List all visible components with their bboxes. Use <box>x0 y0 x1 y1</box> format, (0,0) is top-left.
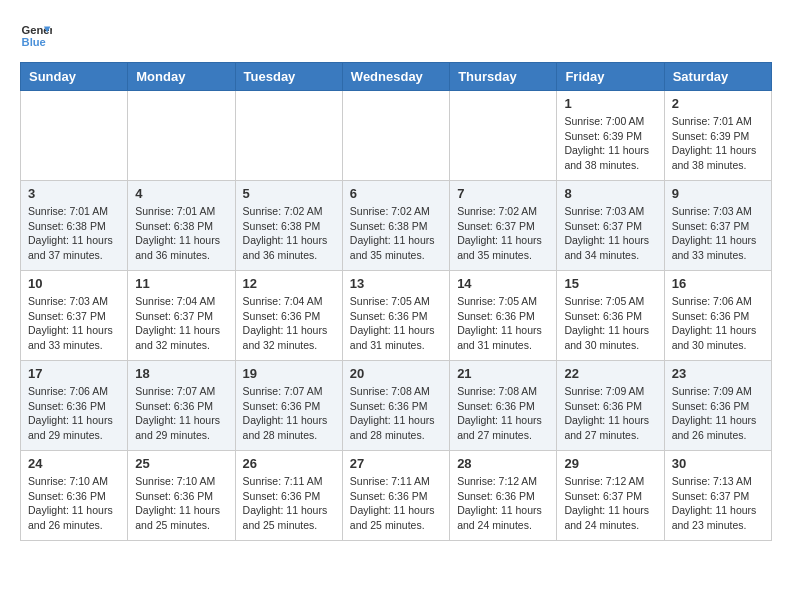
day-info: Sunrise: 7:05 AMSunset: 6:36 PMDaylight:… <box>564 294 656 353</box>
calendar-cell: 21Sunrise: 7:08 AMSunset: 6:36 PMDayligh… <box>450 361 557 451</box>
calendar-cell: 6Sunrise: 7:02 AMSunset: 6:38 PMDaylight… <box>342 181 449 271</box>
day-info: Sunrise: 7:07 AMSunset: 6:36 PMDaylight:… <box>135 384 227 443</box>
calendar-table: SundayMondayTuesdayWednesdayThursdayFrid… <box>20 62 772 541</box>
day-number: 12 <box>243 276 335 291</box>
day-number: 7 <box>457 186 549 201</box>
calendar-cell <box>342 91 449 181</box>
calendar-cell: 23Sunrise: 7:09 AMSunset: 6:36 PMDayligh… <box>664 361 771 451</box>
calendar-week-row: 10Sunrise: 7:03 AMSunset: 6:37 PMDayligh… <box>21 271 772 361</box>
day-number: 21 <box>457 366 549 381</box>
weekday-header-cell: Monday <box>128 63 235 91</box>
weekday-header-cell: Wednesday <box>342 63 449 91</box>
day-info: Sunrise: 7:09 AMSunset: 6:36 PMDaylight:… <box>564 384 656 443</box>
calendar-cell: 1Sunrise: 7:00 AMSunset: 6:39 PMDaylight… <box>557 91 664 181</box>
calendar-cell: 7Sunrise: 7:02 AMSunset: 6:37 PMDaylight… <box>450 181 557 271</box>
day-number: 9 <box>672 186 764 201</box>
calendar-cell: 2Sunrise: 7:01 AMSunset: 6:39 PMDaylight… <box>664 91 771 181</box>
calendar-cell: 4Sunrise: 7:01 AMSunset: 6:38 PMDaylight… <box>128 181 235 271</box>
calendar-cell: 10Sunrise: 7:03 AMSunset: 6:37 PMDayligh… <box>21 271 128 361</box>
day-info: Sunrise: 7:13 AMSunset: 6:37 PMDaylight:… <box>672 474 764 533</box>
day-number: 10 <box>28 276 120 291</box>
calendar-week-row: 1Sunrise: 7:00 AMSunset: 6:39 PMDaylight… <box>21 91 772 181</box>
logo-icon: General Blue <box>20 20 52 52</box>
day-info: Sunrise: 7:11 AMSunset: 6:36 PMDaylight:… <box>350 474 442 533</box>
day-info: Sunrise: 7:10 AMSunset: 6:36 PMDaylight:… <box>135 474 227 533</box>
weekday-header-cell: Sunday <box>21 63 128 91</box>
calendar-week-row: 3Sunrise: 7:01 AMSunset: 6:38 PMDaylight… <box>21 181 772 271</box>
day-number: 15 <box>564 276 656 291</box>
day-info: Sunrise: 7:04 AMSunset: 6:36 PMDaylight:… <box>243 294 335 353</box>
day-info: Sunrise: 7:12 AMSunset: 6:37 PMDaylight:… <box>564 474 656 533</box>
day-number: 24 <box>28 456 120 471</box>
svg-text:Blue: Blue <box>22 36 46 48</box>
day-info: Sunrise: 7:08 AMSunset: 6:36 PMDaylight:… <box>350 384 442 443</box>
day-number: 1 <box>564 96 656 111</box>
day-info: Sunrise: 7:05 AMSunset: 6:36 PMDaylight:… <box>350 294 442 353</box>
calendar-cell: 11Sunrise: 7:04 AMSunset: 6:37 PMDayligh… <box>128 271 235 361</box>
day-number: 28 <box>457 456 549 471</box>
calendar-cell: 28Sunrise: 7:12 AMSunset: 6:36 PMDayligh… <box>450 451 557 541</box>
day-info: Sunrise: 7:06 AMSunset: 6:36 PMDaylight:… <box>28 384 120 443</box>
calendar-cell: 17Sunrise: 7:06 AMSunset: 6:36 PMDayligh… <box>21 361 128 451</box>
calendar-cell: 25Sunrise: 7:10 AMSunset: 6:36 PMDayligh… <box>128 451 235 541</box>
calendar-cell: 26Sunrise: 7:11 AMSunset: 6:36 PMDayligh… <box>235 451 342 541</box>
calendar-cell: 13Sunrise: 7:05 AMSunset: 6:36 PMDayligh… <box>342 271 449 361</box>
day-number: 30 <box>672 456 764 471</box>
day-number: 11 <box>135 276 227 291</box>
logo: General Blue <box>20 20 52 52</box>
calendar-cell <box>21 91 128 181</box>
day-info: Sunrise: 7:06 AMSunset: 6:36 PMDaylight:… <box>672 294 764 353</box>
day-number: 16 <box>672 276 764 291</box>
page-header: General Blue <box>20 20 772 52</box>
day-info: Sunrise: 7:09 AMSunset: 6:36 PMDaylight:… <box>672 384 764 443</box>
day-number: 26 <box>243 456 335 471</box>
weekday-header-cell: Saturday <box>664 63 771 91</box>
calendar-cell: 22Sunrise: 7:09 AMSunset: 6:36 PMDayligh… <box>557 361 664 451</box>
day-info: Sunrise: 7:01 AMSunset: 6:39 PMDaylight:… <box>672 114 764 173</box>
day-number: 6 <box>350 186 442 201</box>
calendar-cell: 15Sunrise: 7:05 AMSunset: 6:36 PMDayligh… <box>557 271 664 361</box>
day-number: 5 <box>243 186 335 201</box>
day-number: 18 <box>135 366 227 381</box>
day-number: 27 <box>350 456 442 471</box>
day-info: Sunrise: 7:01 AMSunset: 6:38 PMDaylight:… <box>28 204 120 263</box>
day-info: Sunrise: 7:00 AMSunset: 6:39 PMDaylight:… <box>564 114 656 173</box>
weekday-header-cell: Tuesday <box>235 63 342 91</box>
calendar-cell: 14Sunrise: 7:05 AMSunset: 6:36 PMDayligh… <box>450 271 557 361</box>
day-info: Sunrise: 7:12 AMSunset: 6:36 PMDaylight:… <box>457 474 549 533</box>
calendar-week-row: 24Sunrise: 7:10 AMSunset: 6:36 PMDayligh… <box>21 451 772 541</box>
day-info: Sunrise: 7:08 AMSunset: 6:36 PMDaylight:… <box>457 384 549 443</box>
calendar-cell: 20Sunrise: 7:08 AMSunset: 6:36 PMDayligh… <box>342 361 449 451</box>
calendar-cell: 5Sunrise: 7:02 AMSunset: 6:38 PMDaylight… <box>235 181 342 271</box>
day-number: 3 <box>28 186 120 201</box>
day-info: Sunrise: 7:02 AMSunset: 6:38 PMDaylight:… <box>243 204 335 263</box>
day-number: 4 <box>135 186 227 201</box>
calendar-cell: 19Sunrise: 7:07 AMSunset: 6:36 PMDayligh… <box>235 361 342 451</box>
day-info: Sunrise: 7:03 AMSunset: 6:37 PMDaylight:… <box>672 204 764 263</box>
calendar-cell: 18Sunrise: 7:07 AMSunset: 6:36 PMDayligh… <box>128 361 235 451</box>
calendar-cell: 3Sunrise: 7:01 AMSunset: 6:38 PMDaylight… <box>21 181 128 271</box>
day-info: Sunrise: 7:03 AMSunset: 6:37 PMDaylight:… <box>28 294 120 353</box>
day-info: Sunrise: 7:05 AMSunset: 6:36 PMDaylight:… <box>457 294 549 353</box>
day-number: 14 <box>457 276 549 291</box>
calendar-cell: 27Sunrise: 7:11 AMSunset: 6:36 PMDayligh… <box>342 451 449 541</box>
day-info: Sunrise: 7:07 AMSunset: 6:36 PMDaylight:… <box>243 384 335 443</box>
day-number: 17 <box>28 366 120 381</box>
day-info: Sunrise: 7:03 AMSunset: 6:37 PMDaylight:… <box>564 204 656 263</box>
calendar-cell <box>128 91 235 181</box>
calendar-cell <box>450 91 557 181</box>
calendar-cell: 16Sunrise: 7:06 AMSunset: 6:36 PMDayligh… <box>664 271 771 361</box>
day-info: Sunrise: 7:04 AMSunset: 6:37 PMDaylight:… <box>135 294 227 353</box>
weekday-header-cell: Friday <box>557 63 664 91</box>
day-number: 23 <box>672 366 764 381</box>
day-number: 25 <box>135 456 227 471</box>
calendar-cell: 29Sunrise: 7:12 AMSunset: 6:37 PMDayligh… <box>557 451 664 541</box>
calendar-cell: 9Sunrise: 7:03 AMSunset: 6:37 PMDaylight… <box>664 181 771 271</box>
day-number: 22 <box>564 366 656 381</box>
weekday-header-cell: Thursday <box>450 63 557 91</box>
day-number: 8 <box>564 186 656 201</box>
calendar-cell: 12Sunrise: 7:04 AMSunset: 6:36 PMDayligh… <box>235 271 342 361</box>
day-info: Sunrise: 7:11 AMSunset: 6:36 PMDaylight:… <box>243 474 335 533</box>
day-number: 19 <box>243 366 335 381</box>
day-info: Sunrise: 7:02 AMSunset: 6:38 PMDaylight:… <box>350 204 442 263</box>
